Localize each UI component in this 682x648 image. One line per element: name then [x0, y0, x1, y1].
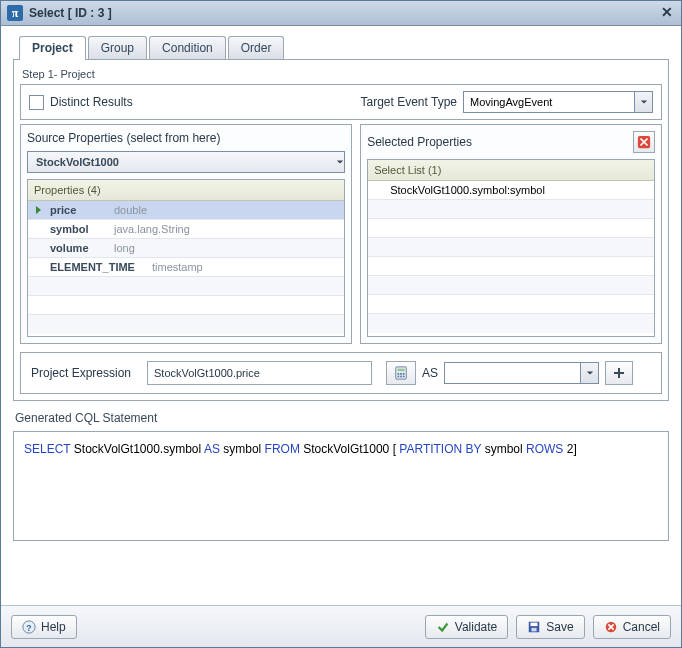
step-label: Step 1- Project	[22, 68, 662, 80]
table-row	[368, 219, 654, 238]
prop-name: price	[50, 204, 108, 216]
tab-group[interactable]: Group	[88, 36, 147, 60]
prop-type: java.lang.String	[114, 223, 190, 235]
table-row[interactable]: volume long	[28, 239, 344, 258]
table-row	[28, 315, 344, 334]
svg-rect-3	[397, 373, 399, 375]
generated-cql-box: SELECT StockVolGt1000.symbol AS symbol F…	[13, 431, 669, 541]
button-bar: ? Help Validate Save Cancel	[1, 605, 681, 647]
as-select[interactable]	[444, 362, 599, 384]
help-button[interactable]: ? Help	[11, 615, 77, 639]
cql-keyword: SELECT	[24, 442, 70, 456]
svg-rect-2	[397, 369, 404, 372]
table-row	[28, 277, 344, 296]
distinct-label: Distinct Results	[50, 95, 133, 109]
svg-rect-5	[403, 373, 405, 375]
prop-type: long	[114, 242, 135, 254]
delete-button[interactable]	[633, 131, 655, 153]
help-label: Help	[41, 620, 66, 634]
tab-condition[interactable]: Condition	[149, 36, 226, 60]
delete-x-icon	[637, 135, 651, 149]
arrow-right-icon	[34, 205, 44, 215]
selected-panel-title: Selected Properties	[367, 135, 472, 149]
selected-properties-grid: Select List (1) StockVolGt1000.symbol:sy…	[367, 159, 655, 337]
tab-order[interactable]: Order	[228, 36, 285, 60]
cql-text: symbol	[481, 442, 526, 456]
expression-builder-button[interactable]	[386, 361, 416, 385]
source-properties-panel: Source Properties (select from here) Sto…	[20, 124, 352, 344]
cql-text: StockVolGt1000 [	[300, 442, 399, 456]
tab-project[interactable]: Project	[19, 36, 86, 60]
prop-name: volume	[50, 242, 108, 254]
selected-grid-header: Select List (1)	[368, 160, 654, 181]
prop-type: double	[114, 204, 147, 216]
validate-label: Validate	[455, 620, 497, 634]
svg-rect-4	[400, 373, 402, 375]
table-row	[368, 295, 654, 314]
table-row	[368, 238, 654, 257]
cql-keyword: ROWS	[526, 442, 563, 456]
svg-rect-8	[403, 376, 405, 378]
cancel-icon	[604, 620, 618, 634]
prop-name: symbol	[50, 223, 108, 235]
check-icon	[436, 620, 450, 634]
distinct-checkbox[interactable]	[29, 95, 44, 110]
table-row	[368, 276, 654, 295]
table-row	[368, 257, 654, 276]
plus-icon	[613, 367, 625, 379]
table-row[interactable]: price double	[28, 201, 344, 220]
prop-type: timestamp	[152, 261, 203, 273]
target-event-label: Target Event Type	[360, 95, 457, 109]
chevron-down-icon	[336, 156, 344, 168]
window-title: Select [ ID : 3 ]	[29, 6, 112, 20]
target-event-select[interactable]: MovingAvgEvent	[463, 91, 653, 113]
source-grid-header: Properties (4)	[28, 180, 344, 201]
save-icon	[527, 620, 541, 634]
chevron-down-icon	[634, 92, 652, 112]
selected-properties-panel: Selected Properties Select List (1)	[360, 124, 662, 344]
save-label: Save	[546, 620, 573, 634]
source-stream-select[interactable]: StockVolGt1000	[27, 151, 345, 173]
generated-cql-label: Generated CQL Statement	[15, 411, 669, 425]
project-expression-label: Project Expression	[31, 366, 141, 380]
tab-bar: Project Group Condition Order	[19, 36, 669, 60]
titlebar: π Select [ ID : 3 ] ✕	[1, 1, 681, 26]
validate-button[interactable]: Validate	[425, 615, 508, 639]
svg-rect-6	[397, 376, 399, 378]
cql-keyword: PARTITION BY	[399, 442, 481, 456]
selected-item-text: StockVolGt1000.symbol:symbol	[390, 184, 545, 196]
prop-name: ELEMENT_TIME	[50, 261, 146, 273]
svg-rect-12	[531, 622, 538, 626]
target-event-value: MovingAvgEvent	[470, 96, 552, 108]
cql-keyword: FROM	[265, 442, 300, 456]
cancel-button[interactable]: Cancel	[593, 615, 671, 639]
help-icon: ?	[22, 620, 36, 634]
project-expression-value: StockVolGt1000.price	[154, 367, 260, 379]
cancel-label: Cancel	[623, 620, 660, 634]
table-row[interactable]: ELEMENT_TIME timestamp	[28, 258, 344, 277]
svg-text:?: ?	[26, 622, 31, 632]
chevron-down-icon	[580, 363, 598, 383]
source-properties-grid: Properties (4) price double	[27, 179, 345, 337]
cql-keyword: AS	[204, 442, 220, 456]
cql-text: symbol	[220, 442, 265, 456]
pi-icon: π	[7, 5, 23, 21]
svg-rect-13	[532, 627, 537, 631]
cql-text: StockVolGt1000.symbol	[70, 442, 203, 456]
table-row	[28, 296, 344, 315]
close-icon[interactable]: ✕	[659, 5, 675, 21]
source-panel-title: Source Properties (select from here)	[27, 131, 220, 145]
save-button[interactable]: Save	[516, 615, 584, 639]
as-label: AS	[422, 366, 438, 380]
table-row	[368, 200, 654, 219]
project-expression-input[interactable]: StockVolGt1000.price	[147, 361, 372, 385]
cql-text: 2]	[563, 442, 576, 456]
calculator-icon	[394, 366, 408, 380]
source-stream-value: StockVolGt1000	[36, 156, 119, 168]
table-row[interactable]: StockVolGt1000.symbol:symbol	[368, 181, 654, 200]
svg-rect-7	[400, 376, 402, 378]
tab-panel-project: Step 1- Project Distinct Results Target …	[13, 59, 669, 401]
table-row	[368, 314, 654, 333]
table-row[interactable]: symbol java.lang.String	[28, 220, 344, 239]
add-button[interactable]	[605, 361, 633, 385]
